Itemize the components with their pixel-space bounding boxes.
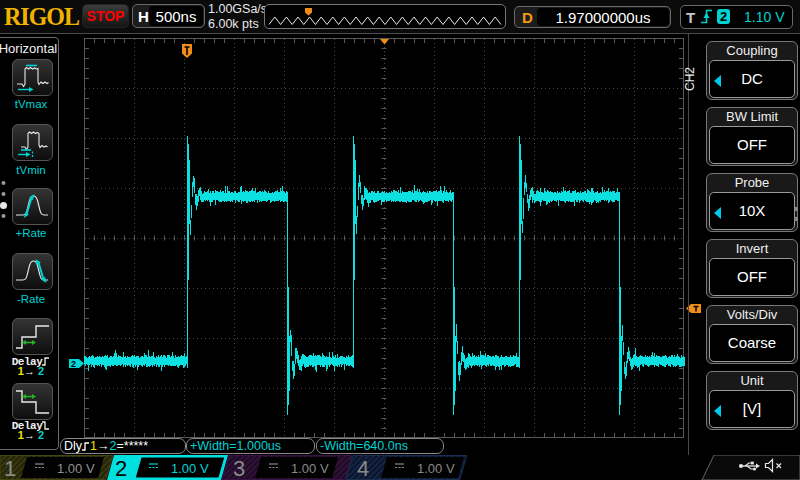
svg-text:3: 3 bbox=[233, 456, 245, 480]
svg-text:2: 2 bbox=[71, 359, 76, 369]
svg-text:1.00 V: 1.00 V bbox=[171, 461, 209, 476]
svg-text:1.10 V: 1.10 V bbox=[744, 9, 785, 25]
svg-text:4: 4 bbox=[357, 456, 369, 480]
svg-text:1.00 V: 1.00 V bbox=[291, 461, 329, 476]
svg-text:2: 2 bbox=[115, 456, 127, 480]
svg-text:2: 2 bbox=[720, 9, 727, 24]
svg-text:1: 1 bbox=[4, 456, 16, 480]
svg-text:1.00 V: 1.00 V bbox=[417, 461, 455, 476]
svg-text:1.00 V: 1.00 V bbox=[57, 461, 95, 476]
